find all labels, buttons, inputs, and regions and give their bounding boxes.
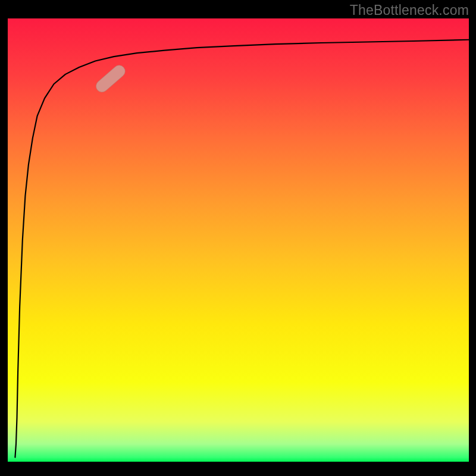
highlight-capsule-marker: [93, 63, 127, 95]
chart-svg-layer: [0, 0, 476, 476]
watermark-text: TheBottleneck.com: [350, 2, 469, 18]
chart-stage: TheBottleneck.com: [0, 0, 476, 476]
svg-rect-0: [93, 63, 127, 95]
bottleneck-curve: [15, 40, 469, 458]
